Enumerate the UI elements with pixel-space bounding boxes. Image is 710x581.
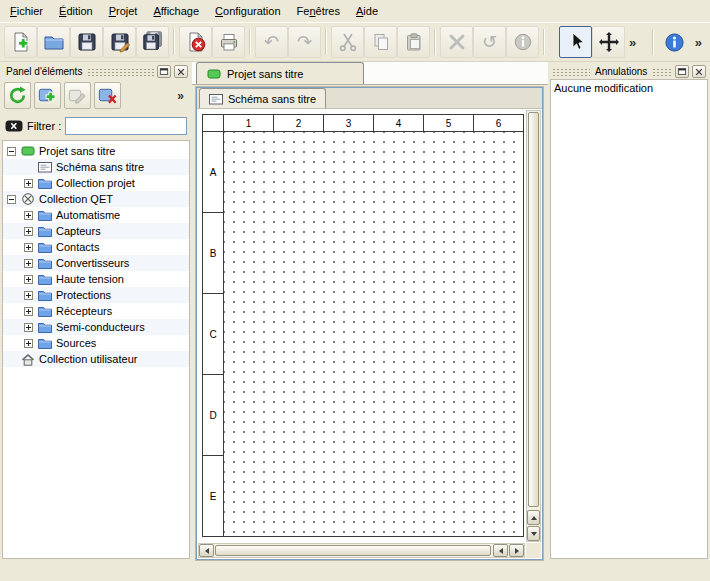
arrow-down-icon: [531, 532, 537, 536]
toolbar-separator: [434, 29, 436, 55]
new-project-button[interactable]: [4, 26, 37, 58]
scroll-left-button[interactable]: [199, 544, 214, 557]
expand-icon[interactable]: [24, 291, 33, 300]
undo-history-list[interactable]: Aucune modification: [550, 79, 708, 559]
save-all-button[interactable]: [136, 26, 169, 58]
menu-projet[interactable]: Projet: [101, 0, 146, 22]
dock-handle[interactable]: [552, 67, 590, 76]
expand-icon[interactable]: [24, 307, 33, 316]
collapse-icon[interactable]: [7, 147, 16, 156]
expand-icon[interactable]: [24, 339, 33, 348]
cut-button[interactable]: [331, 26, 364, 58]
schema-view[interactable]: 1 2 3 4 5 6 A B C D E: [197, 109, 542, 559]
save-as-button[interactable]: [103, 26, 136, 58]
tree-item-haute-tension[interactable]: Haute tension: [3, 271, 189, 287]
expand-icon[interactable]: [24, 243, 33, 252]
dock-handle[interactable]: [87, 67, 154, 76]
undo-button[interactable]: ↶: [255, 26, 288, 58]
tree-item-protections[interactable]: Protections: [3, 287, 189, 303]
expand-icon[interactable]: [24, 227, 33, 236]
element-infos-button[interactable]: [506, 26, 539, 58]
menu-affichage[interactable]: Affichage: [145, 0, 207, 22]
new-element-button[interactable]: [34, 82, 61, 109]
about-qet-button[interactable]: [658, 26, 691, 58]
expand-icon[interactable]: [24, 275, 33, 284]
schema-window: Schéma sans titre 1 2 3 4 5 6 A B: [196, 87, 543, 560]
float-dock-button[interactable]: [675, 65, 689, 78]
tree-item-semi-conducteurs[interactable]: Semi-conducteurs: [3, 319, 189, 335]
delete-button[interactable]: [440, 26, 473, 58]
tree-item-collection-utilisateur[interactable]: Collection utilisateur: [3, 351, 189, 367]
horizontal-scrollbar-thumb[interactable]: [215, 545, 491, 556]
project-icon: [207, 68, 221, 80]
paste-button[interactable]: [397, 26, 430, 58]
folder-icon: [38, 337, 52, 349]
expand-icon[interactable]: [24, 211, 33, 220]
cut-icon: [337, 31, 359, 53]
print-icon: [218, 31, 240, 53]
tab-projet-sans-titre[interactable]: Projet sans titre: [196, 62, 364, 84]
vertical-scrollbar-thumb[interactable]: [528, 112, 539, 507]
menu-aide[interactable]: Aide: [348, 0, 386, 22]
toolbar-separator: [249, 29, 251, 55]
reload-icon: [7, 85, 28, 106]
delete-element-button[interactable]: [94, 82, 121, 109]
clear-filter-button[interactable]: [5, 118, 23, 134]
collapse-icon[interactable]: [7, 195, 16, 204]
tree-item-recepteurs[interactable]: Récepteurs: [3, 303, 189, 319]
tree-item-sources[interactable]: Sources: [3, 335, 189, 351]
close-project-button[interactable]: [179, 26, 212, 58]
close-dock-button[interactable]: [174, 65, 188, 78]
ruler-row: C: [203, 294, 223, 374]
toolbar-overflow-button[interactable]: »: [691, 26, 706, 58]
dock-handle[interactable]: [652, 67, 672, 76]
menu-configuration[interactable]: Configuration: [207, 0, 288, 22]
expand-icon[interactable]: [24, 323, 33, 332]
tree-item-contacts[interactable]: Contacts: [3, 239, 189, 255]
scroll-up-button[interactable]: [527, 510, 540, 525]
delete-element-icon: [97, 85, 118, 106]
reload-collections-button[interactable]: [4, 82, 31, 109]
pan-mode-button[interactable]: [592, 26, 625, 58]
elements-panel-titlebar[interactable]: Panel d'éléments: [2, 64, 190, 79]
print-button[interactable]: [212, 26, 245, 58]
tab-schema-sans-titre[interactable]: Schéma sans titre: [199, 88, 326, 108]
folder-icon: [38, 225, 52, 237]
paste-icon: [403, 31, 425, 53]
horizontal-scrollbar[interactable]: [198, 543, 525, 558]
menu-edition[interactable]: Édition: [51, 0, 101, 22]
tree-item-convertisseurs[interactable]: Convertisseurs: [3, 255, 189, 271]
filter-input[interactable]: [65, 117, 187, 135]
undo-panel-titlebar[interactable]: Annulations: [550, 64, 708, 79]
tree-item-collection-projet[interactable]: Collection projet: [3, 175, 189, 191]
open-project-button[interactable]: [37, 26, 70, 58]
scroll-right-button[interactable]: [509, 544, 524, 557]
schema-grid-canvas[interactable]: [224, 132, 523, 536]
expand-icon[interactable]: [24, 179, 33, 188]
scroll-left-button[interactable]: [493, 544, 508, 557]
save-button[interactable]: [70, 26, 103, 58]
vertical-scrollbar[interactable]: [526, 110, 541, 542]
edit-element-button[interactable]: [64, 82, 91, 109]
elements-tree: Projet sans titre Schéma sans titre Coll…: [2, 140, 190, 559]
menu-fichier[interactable]: Fichier: [2, 0, 51, 22]
redo-button[interactable]: ↷: [288, 26, 321, 58]
toolbar-overflow-button[interactable]: »: [625, 26, 640, 58]
tree-item-collection-qet[interactable]: Collection QET: [3, 191, 189, 207]
scroll-down-button[interactable]: [527, 526, 540, 541]
rotate-button[interactable]: ↺: [473, 26, 506, 58]
float-dock-button[interactable]: [157, 65, 171, 78]
ruler-column: 4: [374, 115, 423, 131]
tree-item-schema-sans-titre[interactable]: Schéma sans titre: [3, 159, 189, 175]
selection-arrow-icon: [565, 31, 587, 53]
expand-icon[interactable]: [24, 259, 33, 268]
close-dock-button[interactable]: [692, 65, 706, 78]
tree-item-capteurs[interactable]: Capteurs: [3, 223, 189, 239]
panel-toolbar-overflow-button[interactable]: »: [173, 82, 188, 109]
selection-mode-button[interactable]: [559, 26, 592, 58]
folder-icon: [38, 305, 52, 317]
tree-item-projet-sans-titre[interactable]: Projet sans titre: [3, 143, 189, 159]
tree-item-automatisme[interactable]: Automatisme: [3, 207, 189, 223]
copy-button[interactable]: [364, 26, 397, 58]
menu-fenetres[interactable]: Fenêtres: [289, 0, 348, 22]
